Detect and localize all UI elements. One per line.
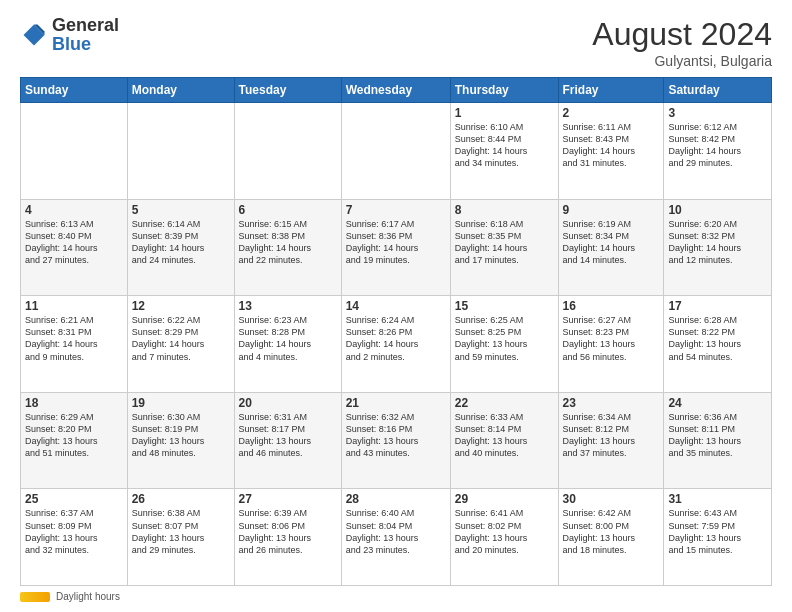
cal-cell xyxy=(234,103,341,200)
day-number: 24 xyxy=(668,396,767,410)
day-number: 6 xyxy=(239,203,337,217)
cal-cell: 6Sunrise: 6:15 AM Sunset: 8:38 PM Daylig… xyxy=(234,199,341,296)
day-info: Sunrise: 6:23 AM Sunset: 8:28 PM Dayligh… xyxy=(239,314,337,363)
day-info: Sunrise: 6:43 AM Sunset: 7:59 PM Dayligh… xyxy=(668,507,767,556)
title-block: August 2024 Gulyantsi, Bulgaria xyxy=(592,16,772,69)
day-number: 26 xyxy=(132,492,230,506)
cal-cell: 13Sunrise: 6:23 AM Sunset: 8:28 PM Dayli… xyxy=(234,296,341,393)
cal-cell: 24Sunrise: 6:36 AM Sunset: 8:11 PM Dayli… xyxy=(664,392,772,489)
day-number: 12 xyxy=(132,299,230,313)
day-number: 16 xyxy=(563,299,660,313)
day-info: Sunrise: 6:40 AM Sunset: 8:04 PM Dayligh… xyxy=(346,507,446,556)
day-info: Sunrise: 6:33 AM Sunset: 8:14 PM Dayligh… xyxy=(455,411,554,460)
day-info: Sunrise: 6:14 AM Sunset: 8:39 PM Dayligh… xyxy=(132,218,230,267)
logo-icon xyxy=(20,21,48,49)
week-row-3: 11Sunrise: 6:21 AM Sunset: 8:31 PM Dayli… xyxy=(21,296,772,393)
day-info: Sunrise: 6:10 AM Sunset: 8:44 PM Dayligh… xyxy=(455,121,554,170)
week-row-1: 1Sunrise: 6:10 AM Sunset: 8:44 PM Daylig… xyxy=(21,103,772,200)
calendar: SundayMondayTuesdayWednesdayThursdayFrid… xyxy=(20,77,772,586)
week-row-5: 25Sunrise: 6:37 AM Sunset: 8:09 PM Dayli… xyxy=(21,489,772,586)
day-number: 15 xyxy=(455,299,554,313)
month-year: August 2024 xyxy=(592,16,772,53)
calendar-table: SundayMondayTuesdayWednesdayThursdayFrid… xyxy=(20,77,772,586)
day-info: Sunrise: 6:15 AM Sunset: 8:38 PM Dayligh… xyxy=(239,218,337,267)
cal-cell: 23Sunrise: 6:34 AM Sunset: 8:12 PM Dayli… xyxy=(558,392,664,489)
cal-cell: 1Sunrise: 6:10 AM Sunset: 8:44 PM Daylig… xyxy=(450,103,558,200)
day-number: 23 xyxy=(563,396,660,410)
day-number: 2 xyxy=(563,106,660,120)
logo-blue-text: Blue xyxy=(52,34,91,54)
day-info: Sunrise: 6:24 AM Sunset: 8:26 PM Dayligh… xyxy=(346,314,446,363)
cal-cell: 28Sunrise: 6:40 AM Sunset: 8:04 PM Dayli… xyxy=(341,489,450,586)
day-info: Sunrise: 6:41 AM Sunset: 8:02 PM Dayligh… xyxy=(455,507,554,556)
cal-cell: 21Sunrise: 6:32 AM Sunset: 8:16 PM Dayli… xyxy=(341,392,450,489)
day-header-sunday: Sunday xyxy=(21,78,128,103)
day-header-monday: Monday xyxy=(127,78,234,103)
day-number: 7 xyxy=(346,203,446,217)
day-header-wednesday: Wednesday xyxy=(341,78,450,103)
cal-cell: 29Sunrise: 6:41 AM Sunset: 8:02 PM Dayli… xyxy=(450,489,558,586)
cal-cell: 3Sunrise: 6:12 AM Sunset: 8:42 PM Daylig… xyxy=(664,103,772,200)
day-info: Sunrise: 6:31 AM Sunset: 8:17 PM Dayligh… xyxy=(239,411,337,460)
day-info: Sunrise: 6:38 AM Sunset: 8:07 PM Dayligh… xyxy=(132,507,230,556)
day-info: Sunrise: 6:12 AM Sunset: 8:42 PM Dayligh… xyxy=(668,121,767,170)
day-number: 1 xyxy=(455,106,554,120)
cal-cell xyxy=(341,103,450,200)
cal-cell: 26Sunrise: 6:38 AM Sunset: 8:07 PM Dayli… xyxy=(127,489,234,586)
cal-cell: 12Sunrise: 6:22 AM Sunset: 8:29 PM Dayli… xyxy=(127,296,234,393)
day-info: Sunrise: 6:28 AM Sunset: 8:22 PM Dayligh… xyxy=(668,314,767,363)
day-info: Sunrise: 6:37 AM Sunset: 8:09 PM Dayligh… xyxy=(25,507,123,556)
day-info: Sunrise: 6:22 AM Sunset: 8:29 PM Dayligh… xyxy=(132,314,230,363)
day-number: 22 xyxy=(455,396,554,410)
day-info: Sunrise: 6:32 AM Sunset: 8:16 PM Dayligh… xyxy=(346,411,446,460)
footer-note: Daylight hours xyxy=(20,591,772,602)
svg-marker-0 xyxy=(24,25,45,46)
day-number: 31 xyxy=(668,492,767,506)
cal-cell: 30Sunrise: 6:42 AM Sunset: 8:00 PM Dayli… xyxy=(558,489,664,586)
day-number: 29 xyxy=(455,492,554,506)
day-number: 27 xyxy=(239,492,337,506)
cal-cell: 5Sunrise: 6:14 AM Sunset: 8:39 PM Daylig… xyxy=(127,199,234,296)
day-info: Sunrise: 6:18 AM Sunset: 8:35 PM Dayligh… xyxy=(455,218,554,267)
day-number: 8 xyxy=(455,203,554,217)
week-row-4: 18Sunrise: 6:29 AM Sunset: 8:20 PM Dayli… xyxy=(21,392,772,489)
day-info: Sunrise: 6:19 AM Sunset: 8:34 PM Dayligh… xyxy=(563,218,660,267)
day-number: 18 xyxy=(25,396,123,410)
cal-cell: 15Sunrise: 6:25 AM Sunset: 8:25 PM Dayli… xyxy=(450,296,558,393)
day-number: 21 xyxy=(346,396,446,410)
day-header-friday: Friday xyxy=(558,78,664,103)
day-info: Sunrise: 6:25 AM Sunset: 8:25 PM Dayligh… xyxy=(455,314,554,363)
cal-cell: 27Sunrise: 6:39 AM Sunset: 8:06 PM Dayli… xyxy=(234,489,341,586)
calendar-header-row: SundayMondayTuesdayWednesdayThursdayFrid… xyxy=(21,78,772,103)
day-info: Sunrise: 6:20 AM Sunset: 8:32 PM Dayligh… xyxy=(668,218,767,267)
day-number: 19 xyxy=(132,396,230,410)
cal-cell xyxy=(21,103,128,200)
cal-cell: 7Sunrise: 6:17 AM Sunset: 8:36 PM Daylig… xyxy=(341,199,450,296)
day-header-thursday: Thursday xyxy=(450,78,558,103)
cal-cell xyxy=(127,103,234,200)
day-number: 17 xyxy=(668,299,767,313)
day-info: Sunrise: 6:13 AM Sunset: 8:40 PM Dayligh… xyxy=(25,218,123,267)
day-info: Sunrise: 6:27 AM Sunset: 8:23 PM Dayligh… xyxy=(563,314,660,363)
day-number: 28 xyxy=(346,492,446,506)
daylight-label: Daylight hours xyxy=(56,591,120,602)
cal-cell: 2Sunrise: 6:11 AM Sunset: 8:43 PM Daylig… xyxy=(558,103,664,200)
logo-general-text: General xyxy=(52,15,119,35)
logo: General Blue xyxy=(20,16,119,54)
day-info: Sunrise: 6:34 AM Sunset: 8:12 PM Dayligh… xyxy=(563,411,660,460)
location: Gulyantsi, Bulgaria xyxy=(592,53,772,69)
day-number: 30 xyxy=(563,492,660,506)
header: General Blue August 2024 Gulyantsi, Bulg… xyxy=(20,16,772,69)
day-header-tuesday: Tuesday xyxy=(234,78,341,103)
day-number: 5 xyxy=(132,203,230,217)
daylight-bar-icon xyxy=(20,592,50,602)
cal-cell: 19Sunrise: 6:30 AM Sunset: 8:19 PM Dayli… xyxy=(127,392,234,489)
day-number: 20 xyxy=(239,396,337,410)
day-info: Sunrise: 6:17 AM Sunset: 8:36 PM Dayligh… xyxy=(346,218,446,267)
day-info: Sunrise: 6:42 AM Sunset: 8:00 PM Dayligh… xyxy=(563,507,660,556)
cal-cell: 4Sunrise: 6:13 AM Sunset: 8:40 PM Daylig… xyxy=(21,199,128,296)
day-number: 9 xyxy=(563,203,660,217)
week-row-2: 4Sunrise: 6:13 AM Sunset: 8:40 PM Daylig… xyxy=(21,199,772,296)
cal-cell: 9Sunrise: 6:19 AM Sunset: 8:34 PM Daylig… xyxy=(558,199,664,296)
day-info: Sunrise: 6:39 AM Sunset: 8:06 PM Dayligh… xyxy=(239,507,337,556)
